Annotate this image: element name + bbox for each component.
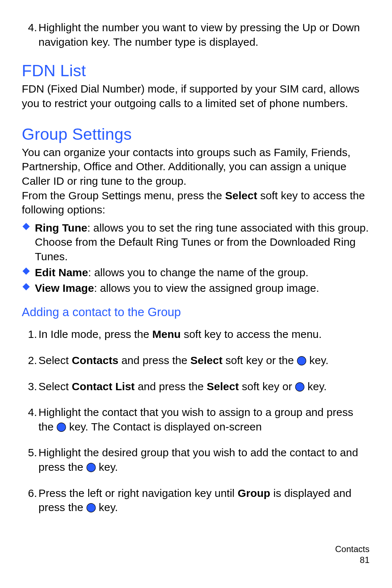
option-edit-name-text: : allows you to change the name of the g… [88,266,309,278]
option-view-image-label: View Image [35,282,94,294]
group-description-1: You can organize your contacts into grou… [22,145,370,188]
subheading-adding-contact: Adding a contact to the Group [22,305,370,319]
group-options-list: Ring Tune: allows you to set the ring tu… [22,221,370,295]
svg-marker-1 [23,268,30,275]
diamond-bullet-icon [23,223,30,230]
svg-marker-2 [23,283,30,290]
step-2: Select Contacts and press the Select sof… [38,353,370,368]
ok-key-icon [297,356,306,366]
step-6: Press the left or right navigation key u… [38,486,370,515]
svg-point-3 [297,356,306,365]
option-edit-name: Edit Name: allows you to change the name… [35,265,370,280]
step-4: Highlight the contact that you wish to a… [38,405,370,434]
step-3: Select Contact List and press the Select… [38,379,370,394]
bold-select: Select [225,189,257,201]
heading-group-settings: Group Settings [22,125,370,144]
svg-marker-0 [23,223,30,230]
diamond-bullet-icon [23,268,30,275]
option-ring-tune: Ring Tune: allows you to set the ring tu… [35,221,370,264]
footer-section: Contacts [335,544,369,555]
bold-select: Select [191,354,222,366]
ok-key-icon [86,463,96,472]
step-5: Highlight the desired group that you wis… [38,445,370,474]
step-1: In Idle mode, press the Menu soft key to… [38,327,370,342]
svg-point-7 [87,503,95,512]
bold-contact-list: Contact List [72,380,135,392]
svg-point-5 [57,423,66,432]
group-description-2: From the Group Settings menu, press the … [22,188,370,217]
adding-contact-steps: In Idle mode, press the Menu soft key to… [22,327,370,514]
page-footer: Contacts 81 [335,544,369,565]
diamond-bullet-icon [23,283,30,290]
manual-page: Highlight the number you want to view by… [0,0,392,588]
step-4-view-number: Highlight the number you want to view by… [38,20,370,49]
ok-key-icon [295,382,305,392]
ok-key-icon [57,422,66,432]
option-edit-name-label: Edit Name [35,266,88,278]
bold-menu: Menu [152,328,181,340]
option-view-image: View Image: allows you to view the assig… [35,281,370,295]
heading-fdn-list: FDN List [22,61,370,80]
svg-point-4 [295,383,304,391]
option-view-image-text: : allows you to view the assigned group … [94,282,319,294]
bold-contacts: Contacts [72,354,118,366]
bold-group: Group [238,487,270,499]
option-ring-tune-label: Ring Tune [35,222,87,234]
fdn-description: FDN (Fixed Dial Number) mode, if support… [22,82,370,110]
step-4-text: Highlight the number you want to view by… [38,21,360,48]
footer-page-number: 81 [335,555,369,565]
prev-steps-list: Highlight the number you want to view by… [22,20,370,49]
bold-select: Select [207,380,239,392]
ok-key-icon [86,503,96,513]
svg-point-6 [87,463,95,472]
